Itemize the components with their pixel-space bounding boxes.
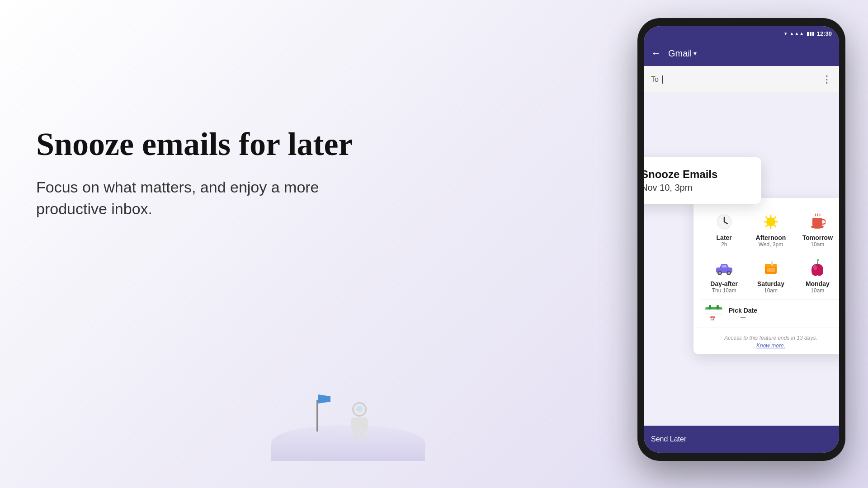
signal-icon: ▲▲▲ [789, 31, 804, 36]
snooze-grid: Later 2h [701, 207, 839, 299]
svg-point-18 [727, 272, 730, 274]
astronaut-leg-left [353, 431, 359, 439]
snooze-option-later[interactable]: Later 2h [701, 207, 747, 253]
monday-name: Monday [806, 280, 830, 287]
svg-rect-12 [812, 218, 822, 226]
back-button[interactable]: ← [651, 47, 661, 59]
phone-frame: ▾ ▲▲▲ ▮▮▮ 12:30 ← Gmail ▾ To ⋮ [637, 18, 845, 461]
monday-time: 10am [811, 287, 824, 294]
later-time: 2h [721, 241, 727, 248]
calendar-icon: 📅 [704, 304, 723, 323]
tomorrow-time: 10am [811, 241, 824, 248]
svg-point-16 [718, 272, 721, 274]
car-icon [715, 258, 733, 277]
app-bar: ← Gmail ▾ [644, 41, 839, 66]
svg-line-8 [766, 217, 768, 219]
coffee-icon [809, 212, 826, 231]
compose-to-field[interactable]: To ⋮ [644, 66, 839, 93]
snooze-footer: Access to this feature ends in 13 days. … [701, 328, 839, 354]
dayafter-name: Day-after [710, 280, 738, 287]
wifi-icon: ▾ [784, 31, 787, 37]
svg-rect-20 [765, 264, 777, 267]
saturday-name: Saturday [757, 280, 784, 287]
svg-point-13 [811, 225, 824, 229]
snooze-option-dayafter[interactable]: Day-after Thu 10am [701, 253, 747, 299]
snooze-footer-text: Access to this feature ends in 13 days. [724, 335, 817, 341]
snooze-panel: Later 2h [693, 198, 839, 354]
svg-text:📅: 📅 [710, 316, 716, 322]
astronaut-suit [351, 418, 368, 431]
dayafter-time: Thu 10am [712, 287, 736, 294]
later-name: Later [717, 234, 732, 241]
status-time: 12:30 [817, 30, 832, 37]
flag [318, 394, 330, 404]
know-more-link[interactable]: Know more. [701, 343, 839, 349]
svg-line-10 [774, 217, 776, 219]
snooze-popup-title: Snooze Emails [644, 168, 750, 181]
pick-date-time: --- [729, 314, 757, 320]
dropdown-arrow[interactable]: ▾ [693, 50, 697, 57]
send-later-label: Send Later [651, 435, 686, 443]
main-heading: Snooze emails for later [36, 127, 362, 162]
pick-date-name: Pick Date [729, 307, 757, 314]
briefcase-icon [762, 258, 779, 277]
snooze-option-monday[interactable]: Monday 10am [794, 253, 839, 299]
apple-icon [810, 258, 825, 277]
astronaut-leg-right [360, 431, 366, 439]
snooze-option-tomorrow[interactable]: Tomorrow 10am [794, 207, 839, 253]
svg-rect-22 [767, 268, 775, 272]
afternoon-name: Afternoon [756, 234, 786, 241]
phone-screen: ▾ ▲▲▲ ▮▮▮ 12:30 ← Gmail ▾ To ⋮ [644, 26, 839, 453]
tomorrow-name: Tomorrow [802, 234, 833, 241]
svg-rect-27 [705, 310, 722, 314]
to-label: To [651, 75, 659, 84]
svg-line-9 [774, 225, 776, 227]
saturday-time: 10am [764, 287, 778, 294]
sub-heading: Focus on what matters, and enjoy a more … [36, 177, 362, 220]
astronaut-scene [262, 361, 434, 461]
svg-line-11 [766, 225, 768, 227]
pick-date-labels: Pick Date --- [729, 307, 757, 320]
snooze-option-pickdate[interactable]: 📅 Pick Date --- [701, 299, 839, 328]
app-title-text: Gmail [668, 48, 692, 59]
svg-rect-28 [709, 305, 711, 310]
svg-rect-21 [771, 261, 773, 266]
status-icons: ▾ ▲▲▲ ▮▮▮ 12:30 [784, 30, 832, 37]
snooze-popup: Snooze Emails Nov 10, 3pm [644, 157, 761, 204]
status-bar: ▾ ▲▲▲ ▮▮▮ 12:30 [644, 26, 839, 41]
left-content: Snooze emails for later Focus on what ma… [36, 127, 362, 220]
svg-rect-29 [717, 305, 719, 310]
snooze-option-saturday[interactable]: Saturday 10am [747, 253, 794, 299]
astronaut-helmet [352, 402, 367, 417]
flag-pole [316, 400, 318, 432]
astronaut-legs [348, 431, 371, 439]
send-later-bar[interactable]: Send Later [644, 426, 839, 453]
snooze-popup-date: Nov 10, 3pm [644, 183, 750, 193]
astronaut [348, 402, 371, 432]
sun-icon [763, 212, 779, 231]
battery-icon: ▮▮▮ [807, 31, 815, 37]
more-options-button[interactable]: ⋮ [822, 74, 832, 85]
afternoon-time: Wed, 3pm [759, 241, 783, 248]
text-cursor [662, 75, 663, 84]
snooze-option-afternoon[interactable]: Afternoon Wed, 3pm [747, 207, 794, 253]
app-title: Gmail ▾ [668, 48, 697, 59]
phone-container: ▾ ▲▲▲ ▮▮▮ 12:30 ← Gmail ▾ To ⋮ [637, 18, 845, 461]
clock-icon [716, 212, 732, 231]
